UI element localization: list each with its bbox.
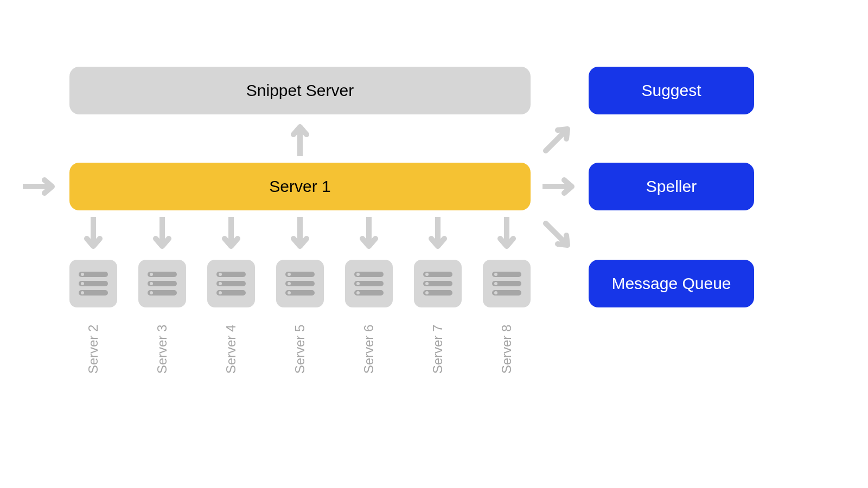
server-8-label: Server 8 (499, 322, 514, 376)
message-queue-label: Message Queue (611, 274, 731, 293)
arrow-down-icon (84, 217, 103, 253)
server-5-label: Server 5 (292, 322, 308, 376)
suggest-label: Suggest (641, 81, 701, 100)
arrow-up-right-icon (542, 124, 573, 154)
arrow-up-icon (291, 120, 309, 156)
server-3-label: Server 3 (155, 322, 170, 376)
server-icon (216, 272, 246, 296)
server-icon (285, 272, 315, 296)
server-node-4 (207, 260, 255, 307)
arrow-down-icon (222, 217, 240, 253)
arrow-down-icon (360, 217, 378, 253)
speller-label: Speller (646, 177, 697, 196)
server-7-label: Server 7 (430, 322, 445, 376)
server-icon (148, 272, 177, 296)
suggest-box: Suggest (589, 67, 754, 114)
server-icon (354, 272, 384, 296)
server-node-6 (345, 260, 393, 307)
arrow-down-icon (429, 217, 447, 253)
snippet-server-box: Snippet Server (69, 67, 531, 114)
arrow-right-icon (23, 177, 59, 196)
architecture-diagram: Snippet Server Server 1 Suggest Speller … (0, 0, 868, 488)
server-node-5 (276, 260, 324, 307)
arrow-down-icon (153, 217, 171, 253)
server-2-label: Server 2 (86, 322, 101, 376)
arrow-down-right-icon (542, 220, 573, 251)
server-6-label: Server 6 (361, 322, 376, 376)
server-node-8 (483, 260, 531, 307)
server-icon (492, 272, 521, 296)
server-node-3 (138, 260, 186, 307)
server-1-label: Server 1 (269, 177, 330, 196)
speller-box: Speller (589, 163, 754, 210)
server-1-box: Server 1 (69, 163, 531, 210)
server-4-label: Server 4 (224, 322, 239, 376)
arrow-down-icon (291, 217, 309, 253)
server-node-2 (69, 260, 117, 307)
snippet-server-label: Snippet Server (246, 81, 354, 100)
arrow-down-icon (497, 217, 516, 253)
server-icon (423, 272, 452, 296)
server-node-7 (414, 260, 462, 307)
message-queue-box: Message Queue (589, 260, 754, 307)
arrow-right-icon (542, 177, 578, 196)
server-icon (79, 272, 108, 296)
